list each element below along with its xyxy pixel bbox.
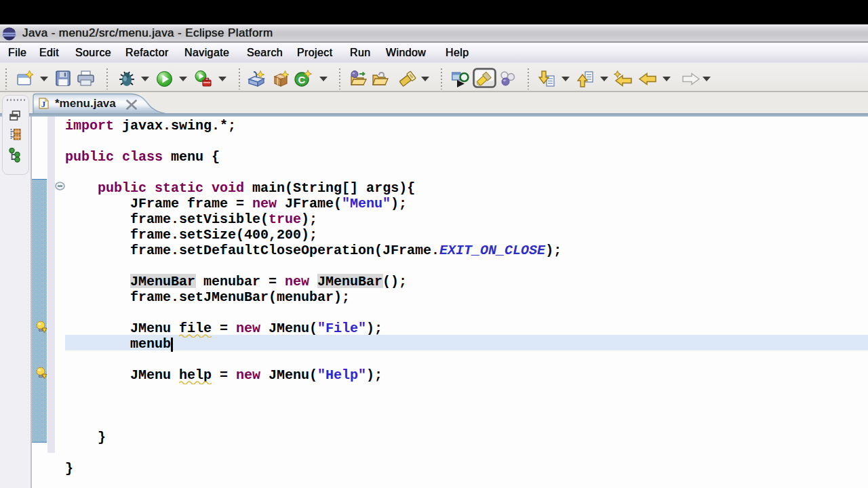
svg-text:J: J <box>41 99 46 109</box>
svg-text:C: C <box>298 74 306 85</box>
